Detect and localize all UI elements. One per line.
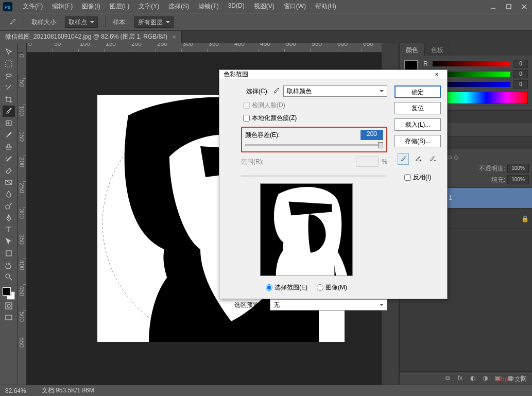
invert-label: 反相(I) xyxy=(413,173,431,182)
status-doc-size[interactable]: 文档:953.5K/1.86M xyxy=(42,386,94,395)
menu-image[interactable]: 图像(I) xyxy=(78,0,104,13)
localized-label: 本地化颜色簇(Z) xyxy=(252,114,297,123)
layer-fx-icon[interactable]: fx xyxy=(458,374,466,383)
menu-layer[interactable]: 图层(L) xyxy=(106,0,134,13)
document-tab[interactable]: 微信截图_20210816091042.jpg @ 82.6% (图层 1, R… xyxy=(0,31,182,43)
preview-label: 选区预览(I): xyxy=(226,301,267,309)
preview-select[interactable]: 无 xyxy=(270,299,387,311)
crop-tool[interactable] xyxy=(3,94,15,105)
radio-image-input[interactable] xyxy=(317,284,323,291)
radio-selection-input[interactable] xyxy=(266,284,272,291)
eyedropper-tool[interactable] xyxy=(3,106,15,117)
radio-selection[interactable]: 选择范围(E) xyxy=(266,283,307,292)
rgb-g-value[interactable]: 0 xyxy=(513,70,528,78)
sample-size-label: 取样大小: xyxy=(31,18,58,27)
ruler-tick: 400 xyxy=(18,260,25,270)
svg-point-6 xyxy=(6,205,10,209)
ruler-tick: 0 xyxy=(18,54,25,58)
svg-rect-3 xyxy=(6,61,12,67)
menu-edit[interactable]: 编辑(E) xyxy=(48,0,77,13)
eyedropper-icon xyxy=(272,87,280,95)
link-layers-icon[interactable]: ⧉ xyxy=(445,374,454,383)
eraser-tool[interactable] xyxy=(3,165,15,176)
history-brush-tool[interactable] xyxy=(3,153,15,164)
menu-file[interactable]: 文件(F) xyxy=(19,0,47,13)
save-button[interactable]: 存储(S)... xyxy=(394,135,441,147)
menu-select[interactable]: 选择(S) xyxy=(164,0,193,13)
ruler-tick: 500 xyxy=(18,312,25,322)
panel-tab-swatches[interactable]: 色板 xyxy=(425,43,450,56)
screenmode-tool[interactable] xyxy=(3,312,15,323)
opacity-field[interactable]: 100% xyxy=(507,164,529,173)
radio-image[interactable]: 图像(M) xyxy=(317,283,347,292)
dialog-close-button[interactable]: × xyxy=(431,71,443,78)
menu-3d[interactable]: 3D(D) xyxy=(224,0,249,13)
ruler-tick: 200 xyxy=(18,157,25,167)
stamp-tool[interactable] xyxy=(3,141,15,152)
selection-preview[interactable] xyxy=(260,183,353,276)
eyedropper-sample-icon[interactable] xyxy=(398,153,409,165)
magic-wand-tool[interactable] xyxy=(3,82,15,93)
lock-icon: 🔒 xyxy=(521,215,529,222)
path-selection-tool[interactable] xyxy=(3,236,15,247)
shape-tool[interactable] xyxy=(3,248,15,259)
color-swatch[interactable] xyxy=(3,287,15,300)
dialog-title: 色彩范围 xyxy=(224,70,248,79)
invert-checkbox[interactable] xyxy=(404,174,411,181)
type-tool[interactable] xyxy=(3,224,15,235)
pen-tool[interactable] xyxy=(3,212,15,223)
sample-size-select[interactable]: 取样点 xyxy=(65,16,98,28)
lasso-tool[interactable] xyxy=(3,70,15,81)
localized-checkbox[interactable] xyxy=(243,115,250,122)
range-unit: % xyxy=(382,158,387,165)
svg-rect-11 xyxy=(6,315,12,320)
document-tab-close[interactable]: × xyxy=(173,33,176,41)
eyedropper-tool-icon xyxy=(8,18,16,26)
rgb-r-value[interactable]: 0 xyxy=(513,60,528,68)
svg-rect-7 xyxy=(6,251,11,256)
menu-type[interactable]: 文字(Y) xyxy=(134,0,163,13)
fuzziness-group-highlight: 颜色容差(E): 200 xyxy=(241,127,387,152)
sample-select[interactable]: 所有图层 xyxy=(134,16,174,28)
blur-tool[interactable] xyxy=(3,188,15,200)
menu-help[interactable]: 帮助(H) xyxy=(311,0,340,13)
fill-field[interactable]: 100% xyxy=(507,175,529,184)
rgb-r-slider[interactable] xyxy=(433,61,510,66)
svg-point-8 xyxy=(6,274,10,278)
layer-mask-icon[interactable]: ◐ xyxy=(470,374,478,383)
ruler-tick: 350 xyxy=(18,234,25,245)
status-zoom[interactable]: 82.64% xyxy=(5,387,26,394)
rgb-b-value[interactable]: 0 xyxy=(513,80,528,89)
menu-filter[interactable]: 滤镜(T) xyxy=(194,0,222,13)
window-minimize-button[interactable] xyxy=(486,2,501,12)
move-tool[interactable] xyxy=(3,46,15,58)
ok-button[interactable]: 确定 xyxy=(394,85,441,98)
menu-view[interactable]: 视图(V) xyxy=(250,0,279,13)
watermark-brand: php xyxy=(497,375,508,383)
adjustment-layer-icon[interactable]: ◑ xyxy=(483,374,491,383)
panel-tab-color[interactable]: 颜色 xyxy=(400,43,425,56)
fuzziness-slider[interactable] xyxy=(245,144,383,146)
marquee-tool[interactable] xyxy=(3,58,15,70)
load-button[interactable]: 载入(L)... xyxy=(394,118,441,131)
cancel-button[interactable]: 复位 xyxy=(394,102,441,114)
window-maximize-button[interactable] xyxy=(501,2,517,12)
svg-rect-2 xyxy=(507,5,511,9)
zoom-tool[interactable] xyxy=(3,271,15,283)
menu-window[interactable]: 窗口(W) xyxy=(280,0,310,13)
invert-checkbox-row[interactable]: 反相(I) xyxy=(394,173,441,182)
window-close-button[interactable] xyxy=(517,2,532,12)
menu-bar: 文件(F) 编辑(E) 图像(I) 图层(L) 文字(Y) 选择(S) 滤镜(T… xyxy=(19,0,340,13)
gradient-tool[interactable] xyxy=(3,177,15,188)
eyedropper-subtract-icon[interactable] xyxy=(426,153,438,165)
healing-brush-tool[interactable] xyxy=(3,117,15,129)
dodge-tool[interactable] xyxy=(3,200,15,212)
fuzziness-input[interactable]: 200 xyxy=(361,130,383,140)
quickmask-tool[interactable] xyxy=(3,300,15,312)
hand-tool[interactable] xyxy=(3,260,15,271)
svg-rect-9 xyxy=(6,303,12,309)
brush-tool[interactable] xyxy=(3,129,15,141)
eyedropper-add-icon[interactable] xyxy=(412,153,423,165)
ruler-tick: 250 xyxy=(18,183,25,193)
select-dropdown[interactable]: 取样颜色 xyxy=(283,85,387,97)
